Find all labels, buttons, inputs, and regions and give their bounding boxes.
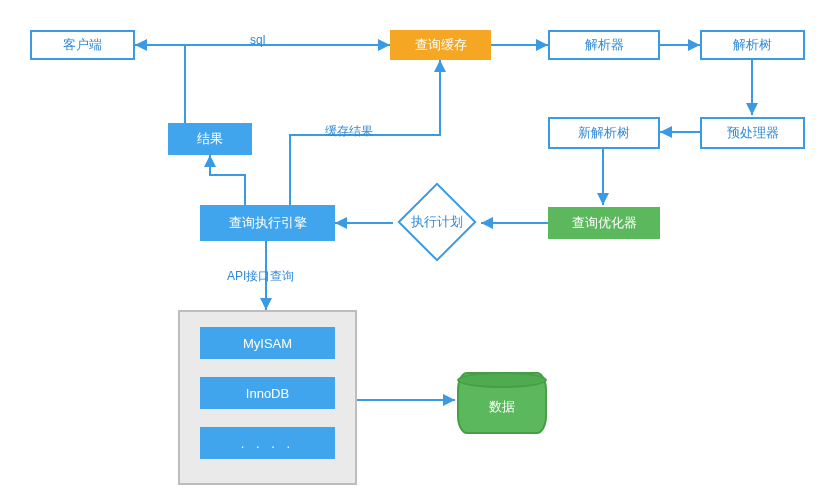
node-optimizer: 查询优化器 bbox=[548, 207, 660, 239]
node-query-cache: 查询缓存 bbox=[390, 30, 491, 60]
storage-engines-panel: MyISAM InnoDB . . . . bbox=[178, 310, 357, 485]
node-exec-plan-label: 执行计划 bbox=[411, 213, 463, 231]
node-client: 客户端 bbox=[30, 30, 135, 60]
node-data-label: 数据 bbox=[489, 398, 515, 416]
engine-more: . . . . bbox=[200, 427, 335, 459]
node-result: 结果 bbox=[168, 123, 252, 155]
edge-label-sql: sql bbox=[248, 33, 267, 47]
node-new-parse-tree: 新解析树 bbox=[548, 117, 660, 149]
engine-myisam: MyISAM bbox=[200, 327, 335, 359]
edge-label-api-query: API接口查询 bbox=[225, 268, 296, 285]
node-parser: 解析器 bbox=[548, 30, 660, 60]
node-preprocessor: 预处理器 bbox=[700, 117, 805, 149]
node-parse-tree: 解析树 bbox=[700, 30, 805, 60]
node-exec-engine: 查询执行引擎 bbox=[200, 205, 335, 241]
diagram-edges bbox=[0, 0, 821, 500]
node-data: 数据 bbox=[457, 372, 547, 434]
edge-label-cache-result: 缓存结果 bbox=[323, 123, 375, 140]
engine-innodb: InnoDB bbox=[200, 377, 335, 409]
